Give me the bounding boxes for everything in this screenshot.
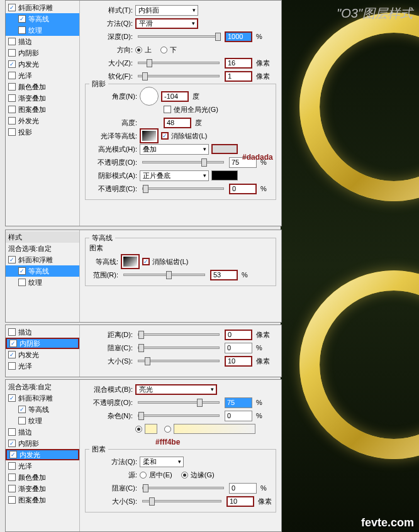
gradient-picker[interactable] bbox=[174, 424, 255, 434]
sidebar-blend-options[interactable]: 混合选项:自定 bbox=[6, 381, 79, 392]
checkbox-icon[interactable] bbox=[8, 428, 16, 436]
sidebar-item-contour[interactable]: 等高线 bbox=[6, 265, 79, 277]
highlight-mode-dropdown[interactable]: 叠加 bbox=[140, 144, 209, 155]
sidebar-item-outer-glow[interactable]: 外发光 bbox=[6, 115, 79, 126]
opacity2-slider[interactable] bbox=[142, 187, 224, 190]
checkbox-icon[interactable] bbox=[8, 462, 16, 470]
checkbox-icon[interactable] bbox=[8, 128, 16, 136]
method-dropdown[interactable]: 柔和 bbox=[140, 457, 184, 467]
sidebar-item-contour[interactable]: 等高线 bbox=[6, 404, 79, 415]
sidebar-item-inner-shadow[interactable]: 内阴影 bbox=[6, 47, 79, 58]
size-slider[interactable] bbox=[142, 500, 221, 502]
sidebar-item-pattern-overlay[interactable]: 图案叠加 bbox=[6, 494, 79, 506]
checkbox-icon[interactable] bbox=[8, 485, 16, 492]
range-input[interactable]: 53 bbox=[210, 270, 238, 280]
sidebar-item-gradient-overlay[interactable]: 渐变叠加 bbox=[6, 92, 79, 104]
size-input[interactable]: 10 bbox=[225, 356, 252, 367]
range-slider[interactable] bbox=[123, 274, 205, 276]
size-input[interactable]: 16 bbox=[225, 58, 252, 69]
sidebar-item-pattern-overlay[interactable]: 图案叠加 bbox=[6, 104, 79, 115]
sidebar-header[interactable]: 样式 bbox=[6, 231, 79, 243]
checkbox-icon[interactable] bbox=[9, 451, 17, 458]
checkbox-icon[interactable] bbox=[8, 496, 16, 504]
checkbox-icon[interactable] bbox=[8, 94, 16, 102]
sidebar-blend-options[interactable]: 混合选项:自定 bbox=[6, 243, 79, 254]
size-input[interactable]: 10 bbox=[226, 496, 254, 507]
direction-down-radio[interactable] bbox=[160, 47, 167, 53]
sidebar-item-stroke[interactable]: 描边 bbox=[6, 36, 79, 47]
distance-input[interactable]: 0 bbox=[225, 330, 252, 340]
sidebar-item-bevel[interactable]: 斜面和浮雕 bbox=[6, 2, 79, 13]
checkbox-icon[interactable] bbox=[18, 26, 26, 34]
angle-dial[interactable] bbox=[140, 87, 159, 106]
choke-input[interactable]: 0 bbox=[229, 483, 257, 494]
glow-color-swatch[interactable] bbox=[145, 424, 157, 434]
opacity1-slider[interactable] bbox=[142, 161, 224, 163]
blend-mode-dropdown[interactable]: 亮光 bbox=[135, 384, 217, 395]
sidebar-item-texture[interactable]: 纹理 bbox=[6, 415, 79, 426]
checkbox-icon[interactable] bbox=[18, 267, 26, 275]
opacity2-input[interactable]: 0 bbox=[229, 184, 257, 194]
sidebar-item-gradient-overlay[interactable]: 渐变叠加 bbox=[6, 483, 79, 494]
opacity-slider[interactable] bbox=[138, 401, 220, 404]
choke-slider[interactable] bbox=[138, 346, 220, 349]
sidebar-item-color-overlay[interactable]: 颜色叠加 bbox=[6, 81, 79, 92]
direction-up-radio[interactable] bbox=[135, 47, 142, 53]
sidebar-item-stroke[interactable]: 描边 bbox=[6, 326, 79, 338]
sidebar-item-bevel[interactable]: 斜面和浮雕 bbox=[6, 392, 79, 404]
checkbox-icon[interactable] bbox=[8, 38, 16, 45]
shadow-mode-dropdown[interactable]: 正片叠底 bbox=[140, 170, 209, 181]
checkbox-icon[interactable] bbox=[9, 340, 17, 347]
sidebar-item-drop-shadow[interactable]: 投影 bbox=[6, 126, 79, 138]
checkbox-icon[interactable] bbox=[8, 117, 16, 125]
color-radio[interactable] bbox=[135, 426, 142, 433]
noise-input[interactable]: 0 bbox=[225, 411, 252, 421]
depth-input[interactable]: 1000 bbox=[225, 31, 252, 42]
checkbox-icon[interactable] bbox=[8, 83, 16, 91]
checkbox-icon[interactable] bbox=[8, 49, 16, 57]
contour-picker[interactable] bbox=[121, 254, 140, 269]
opacity-input[interactable]: 75 bbox=[225, 397, 252, 408]
center-radio[interactable] bbox=[140, 472, 147, 479]
angle-input[interactable]: -104 bbox=[161, 91, 189, 102]
soften-input[interactable]: 1 bbox=[225, 71, 252, 82]
sidebar-item-inner-glow[interactable]: 内发光 bbox=[6, 58, 79, 70]
checkbox-icon[interactable] bbox=[18, 279, 26, 286]
sidebar-item-stroke[interactable]: 描边 bbox=[6, 426, 79, 438]
size-slider[interactable] bbox=[138, 62, 220, 64]
sidebar-item-inner-glow[interactable]: 内发光 bbox=[6, 349, 79, 360]
gradient-radio[interactable] bbox=[164, 426, 171, 433]
checkbox-icon[interactable] bbox=[8, 474, 16, 481]
antialias-checkbox[interactable] bbox=[142, 258, 150, 265]
checkbox-icon[interactable] bbox=[18, 15, 26, 23]
highlight-color-swatch[interactable] bbox=[211, 144, 238, 154]
sidebar-item-contour[interactable]: 等高线 bbox=[6, 13, 79, 25]
checkbox-icon[interactable] bbox=[8, 362, 16, 370]
style-dropdown[interactable]: 内斜面 bbox=[135, 5, 198, 16]
altitude-input[interactable]: 48 bbox=[164, 118, 191, 128]
checkbox-icon[interactable] bbox=[8, 4, 16, 11]
sidebar-item-satin[interactable]: 光泽 bbox=[6, 70, 79, 81]
sidebar-item-inner-shadow[interactable]: 内阴影 bbox=[6, 438, 79, 449]
method-dropdown[interactable]: 平滑 bbox=[135, 18, 198, 29]
checkbox-icon[interactable] bbox=[8, 256, 16, 263]
sidebar-item-inner-shadow[interactable]: 内阴影 bbox=[6, 338, 79, 349]
sidebar-item-satin[interactable]: 光泽 bbox=[6, 460, 79, 472]
checkbox-icon[interactable] bbox=[8, 106, 16, 113]
edge-radio[interactable] bbox=[181, 472, 188, 479]
soften-slider[interactable] bbox=[138, 75, 220, 77]
checkbox-icon[interactable] bbox=[8, 328, 16, 336]
distance-slider[interactable] bbox=[138, 333, 220, 336]
antialias-checkbox[interactable] bbox=[161, 132, 169, 140]
choke-input[interactable]: 0 bbox=[225, 343, 252, 353]
noise-slider[interactable] bbox=[138, 414, 220, 417]
choke-slider[interactable] bbox=[142, 487, 224, 489]
checkbox-icon[interactable] bbox=[8, 394, 16, 402]
checkbox-icon[interactable] bbox=[18, 417, 26, 424]
sidebar-item-bevel[interactable]: 斜面和浮雕 bbox=[6, 254, 79, 265]
gloss-contour-picker[interactable] bbox=[140, 128, 159, 143]
sidebar-item-color-overlay[interactable]: 颜色叠加 bbox=[6, 472, 79, 483]
shadow-color-swatch[interactable] bbox=[211, 170, 238, 180]
depth-slider[interactable] bbox=[138, 35, 220, 38]
checkbox-icon[interactable] bbox=[8, 440, 16, 447]
